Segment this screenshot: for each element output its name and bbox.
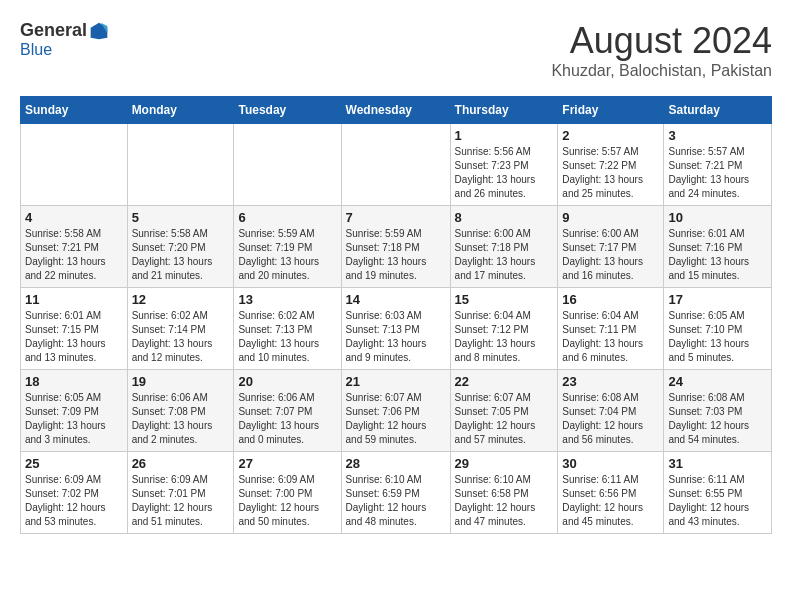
calendar-cell: 15Sunrise: 6:04 AM Sunset: 7:12 PM Dayli… <box>450 288 558 370</box>
day-number: 26 <box>132 456 230 471</box>
calendar-header-saturday: Saturday <box>664 97 772 124</box>
calendar-cell: 14Sunrise: 6:03 AM Sunset: 7:13 PM Dayli… <box>341 288 450 370</box>
calendar-cell: 9Sunrise: 6:00 AM Sunset: 7:17 PM Daylig… <box>558 206 664 288</box>
calendar-cell: 2Sunrise: 5:57 AM Sunset: 7:22 PM Daylig… <box>558 124 664 206</box>
logo: General Blue <box>20 20 109 59</box>
day-number: 20 <box>238 374 336 389</box>
calendar-cell: 22Sunrise: 6:07 AM Sunset: 7:05 PM Dayli… <box>450 370 558 452</box>
day-info: Sunrise: 6:11 AM Sunset: 6:55 PM Dayligh… <box>668 473 767 529</box>
day-number: 18 <box>25 374 123 389</box>
calendar-cell: 24Sunrise: 6:08 AM Sunset: 7:03 PM Dayli… <box>664 370 772 452</box>
day-number: 5 <box>132 210 230 225</box>
day-number: 4 <box>25 210 123 225</box>
day-info: Sunrise: 5:58 AM Sunset: 7:20 PM Dayligh… <box>132 227 230 283</box>
day-number: 24 <box>668 374 767 389</box>
calendar-cell: 21Sunrise: 6:07 AM Sunset: 7:06 PM Dayli… <box>341 370 450 452</box>
day-number: 3 <box>668 128 767 143</box>
location-subtitle: Khuzdar, Balochistan, Pakistan <box>551 62 772 80</box>
calendar-cell: 4Sunrise: 5:58 AM Sunset: 7:21 PM Daylig… <box>21 206 128 288</box>
calendar-cell: 7Sunrise: 5:59 AM Sunset: 7:18 PM Daylig… <box>341 206 450 288</box>
day-info: Sunrise: 6:06 AM Sunset: 7:08 PM Dayligh… <box>132 391 230 447</box>
calendar-week-row: 18Sunrise: 6:05 AM Sunset: 7:09 PM Dayli… <box>21 370 772 452</box>
day-number: 13 <box>238 292 336 307</box>
day-info: Sunrise: 6:07 AM Sunset: 7:06 PM Dayligh… <box>346 391 446 447</box>
month-year-title: August 2024 <box>551 20 772 62</box>
calendar-cell: 1Sunrise: 5:56 AM Sunset: 7:23 PM Daylig… <box>450 124 558 206</box>
day-number: 17 <box>668 292 767 307</box>
logo-icon <box>89 21 109 41</box>
calendar-week-row: 1Sunrise: 5:56 AM Sunset: 7:23 PM Daylig… <box>21 124 772 206</box>
day-info: Sunrise: 6:05 AM Sunset: 7:10 PM Dayligh… <box>668 309 767 365</box>
day-info: Sunrise: 6:00 AM Sunset: 7:17 PM Dayligh… <box>562 227 659 283</box>
day-number: 10 <box>668 210 767 225</box>
calendar-cell: 27Sunrise: 6:09 AM Sunset: 7:00 PM Dayli… <box>234 452 341 534</box>
day-info: Sunrise: 5:59 AM Sunset: 7:19 PM Dayligh… <box>238 227 336 283</box>
day-info: Sunrise: 6:04 AM Sunset: 7:12 PM Dayligh… <box>455 309 554 365</box>
calendar-header-monday: Monday <box>127 97 234 124</box>
calendar-cell <box>127 124 234 206</box>
calendar-table: SundayMondayTuesdayWednesdayThursdayFrid… <box>20 96 772 534</box>
calendar-week-row: 11Sunrise: 6:01 AM Sunset: 7:15 PM Dayli… <box>21 288 772 370</box>
day-info: Sunrise: 6:03 AM Sunset: 7:13 PM Dayligh… <box>346 309 446 365</box>
day-number: 12 <box>132 292 230 307</box>
logo-blue-text: Blue <box>20 41 52 59</box>
day-info: Sunrise: 5:56 AM Sunset: 7:23 PM Dayligh… <box>455 145 554 201</box>
calendar-cell: 10Sunrise: 6:01 AM Sunset: 7:16 PM Dayli… <box>664 206 772 288</box>
calendar-cell: 5Sunrise: 5:58 AM Sunset: 7:20 PM Daylig… <box>127 206 234 288</box>
day-number: 7 <box>346 210 446 225</box>
day-number: 29 <box>455 456 554 471</box>
day-info: Sunrise: 6:09 AM Sunset: 7:00 PM Dayligh… <box>238 473 336 529</box>
calendar-header-thursday: Thursday <box>450 97 558 124</box>
calendar-cell: 28Sunrise: 6:10 AM Sunset: 6:59 PM Dayli… <box>341 452 450 534</box>
day-number: 19 <box>132 374 230 389</box>
calendar-cell: 18Sunrise: 6:05 AM Sunset: 7:09 PM Dayli… <box>21 370 128 452</box>
day-info: Sunrise: 6:06 AM Sunset: 7:07 PM Dayligh… <box>238 391 336 447</box>
calendar-cell: 6Sunrise: 5:59 AM Sunset: 7:19 PM Daylig… <box>234 206 341 288</box>
day-number: 8 <box>455 210 554 225</box>
calendar-cell <box>234 124 341 206</box>
calendar-header-wednesday: Wednesday <box>341 97 450 124</box>
calendar-cell: 19Sunrise: 6:06 AM Sunset: 7:08 PM Dayli… <box>127 370 234 452</box>
day-number: 11 <box>25 292 123 307</box>
day-info: Sunrise: 6:11 AM Sunset: 6:56 PM Dayligh… <box>562 473 659 529</box>
calendar-cell: 13Sunrise: 6:02 AM Sunset: 7:13 PM Dayli… <box>234 288 341 370</box>
day-info: Sunrise: 6:08 AM Sunset: 7:04 PM Dayligh… <box>562 391 659 447</box>
day-info: Sunrise: 6:10 AM Sunset: 6:59 PM Dayligh… <box>346 473 446 529</box>
day-info: Sunrise: 6:09 AM Sunset: 7:01 PM Dayligh… <box>132 473 230 529</box>
calendar-cell: 30Sunrise: 6:11 AM Sunset: 6:56 PM Dayli… <box>558 452 664 534</box>
day-number: 9 <box>562 210 659 225</box>
calendar-cell: 29Sunrise: 6:10 AM Sunset: 6:58 PM Dayli… <box>450 452 558 534</box>
day-number: 30 <box>562 456 659 471</box>
calendar-header-row: SundayMondayTuesdayWednesdayThursdayFrid… <box>21 97 772 124</box>
calendar-header-tuesday: Tuesday <box>234 97 341 124</box>
day-info: Sunrise: 6:05 AM Sunset: 7:09 PM Dayligh… <box>25 391 123 447</box>
logo-general-text: General <box>20 20 87 41</box>
title-block: August 2024 Khuzdar, Balochistan, Pakist… <box>551 20 772 80</box>
calendar-header-friday: Friday <box>558 97 664 124</box>
day-info: Sunrise: 6:00 AM Sunset: 7:18 PM Dayligh… <box>455 227 554 283</box>
calendar-header-sunday: Sunday <box>21 97 128 124</box>
day-number: 23 <box>562 374 659 389</box>
calendar-cell: 26Sunrise: 6:09 AM Sunset: 7:01 PM Dayli… <box>127 452 234 534</box>
calendar-week-row: 25Sunrise: 6:09 AM Sunset: 7:02 PM Dayli… <box>21 452 772 534</box>
day-info: Sunrise: 6:09 AM Sunset: 7:02 PM Dayligh… <box>25 473 123 529</box>
day-number: 1 <box>455 128 554 143</box>
calendar-cell <box>341 124 450 206</box>
calendar-cell: 8Sunrise: 6:00 AM Sunset: 7:18 PM Daylig… <box>450 206 558 288</box>
calendar-cell: 11Sunrise: 6:01 AM Sunset: 7:15 PM Dayli… <box>21 288 128 370</box>
day-info: Sunrise: 6:01 AM Sunset: 7:15 PM Dayligh… <box>25 309 123 365</box>
day-info: Sunrise: 5:57 AM Sunset: 7:22 PM Dayligh… <box>562 145 659 201</box>
calendar-week-row: 4Sunrise: 5:58 AM Sunset: 7:21 PM Daylig… <box>21 206 772 288</box>
day-info: Sunrise: 5:57 AM Sunset: 7:21 PM Dayligh… <box>668 145 767 201</box>
calendar-cell: 16Sunrise: 6:04 AM Sunset: 7:11 PM Dayli… <box>558 288 664 370</box>
calendar-cell: 20Sunrise: 6:06 AM Sunset: 7:07 PM Dayli… <box>234 370 341 452</box>
day-number: 15 <box>455 292 554 307</box>
day-number: 16 <box>562 292 659 307</box>
day-info: Sunrise: 5:58 AM Sunset: 7:21 PM Dayligh… <box>25 227 123 283</box>
day-info: Sunrise: 6:04 AM Sunset: 7:11 PM Dayligh… <box>562 309 659 365</box>
calendar-cell: 31Sunrise: 6:11 AM Sunset: 6:55 PM Dayli… <box>664 452 772 534</box>
day-number: 2 <box>562 128 659 143</box>
day-info: Sunrise: 6:10 AM Sunset: 6:58 PM Dayligh… <box>455 473 554 529</box>
day-number: 14 <box>346 292 446 307</box>
day-number: 27 <box>238 456 336 471</box>
